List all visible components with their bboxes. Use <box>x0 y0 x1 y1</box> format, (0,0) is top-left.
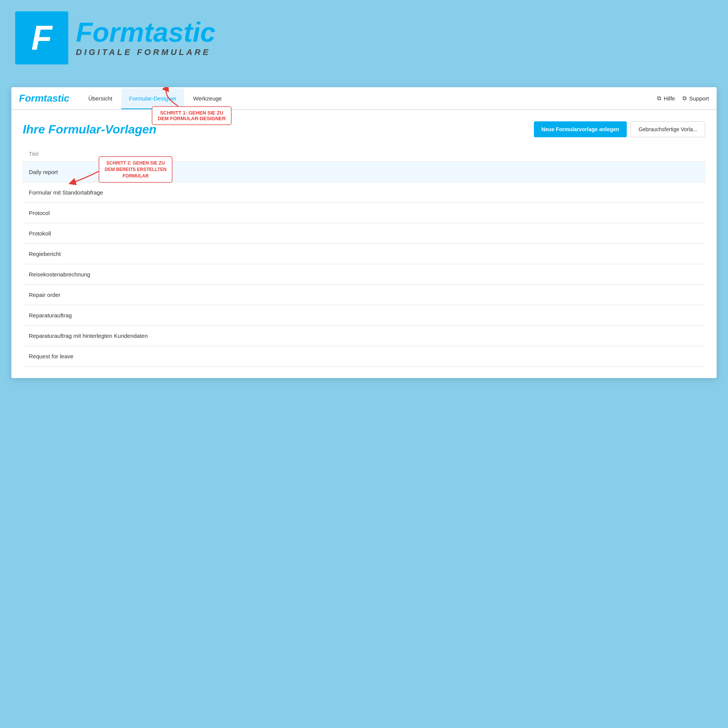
table-cell-title[interactable]: Regiebericht <box>23 244 705 264</box>
nav-logo-part1: Form <box>19 93 44 104</box>
table-cell-title[interactable]: Protocol <box>23 203 705 223</box>
header-buttons: Neue Formularvorlage anlegen Gebrauchsfe… <box>534 121 705 137</box>
table-row[interactable]: Request for leave <box>23 346 705 367</box>
step2-arrow-icon <box>68 168 102 187</box>
table-cell-title[interactable]: Reisekostenabrechnung <box>23 264 705 285</box>
support-label: Support <box>689 95 709 102</box>
table-cell-title[interactable]: Repair order <box>23 285 705 305</box>
hilfe-label: Hilfe <box>664 95 675 102</box>
new-form-button[interactable]: Neue Formularvorlage anlegen <box>534 121 627 137</box>
table-row[interactable]: Reisekostenabrechnung <box>23 264 705 285</box>
table-row[interactable]: Reparaturauftrag mit hinterlegten Kunden… <box>23 326 705 346</box>
logo-part1: Form <box>76 17 144 47</box>
top-logo-area: F Formtastic DIGITALE FORMULARE <box>0 0 728 76</box>
table-row[interactable]: Protocol <box>23 203 705 223</box>
logo-main-text: Formtastic <box>76 19 215 46</box>
logo-text-area: Formtastic DIGITALE FORMULARE <box>76 19 215 57</box>
table-row[interactable]: Repair order <box>23 285 705 305</box>
step2-annotation-container: SCHRITT 2: GEHEN SIE ZU DEM BEREITS ERST… <box>99 156 173 183</box>
ready-made-button[interactable]: Gebrauchsfertige Vorla... <box>631 121 705 137</box>
nav-logo-part2: tastic <box>44 93 69 104</box>
nav-bar: Formtastic Übersicht Formular-Designer W… <box>11 87 717 110</box>
nav-item-ubersicht[interactable]: Übersicht <box>81 88 120 109</box>
support-ext-icon: ⧉ <box>682 95 687 102</box>
table-cell-title[interactable]: Daily report SCHRITT 2: GEHEN SIE ZU DEM… <box>23 162 705 182</box>
table-row[interactable]: Protokoll <box>23 223 705 244</box>
table-row[interactable]: Reparaturauftrag <box>23 305 705 326</box>
step2-line1: SCHRITT 2: GEHEN SIE ZU <box>107 160 165 166</box>
logo-f-letter: F <box>31 19 52 58</box>
nav-logo[interactable]: Formtastic <box>19 93 69 104</box>
app-window: Formtastic Übersicht Formular-Designer W… <box>11 87 717 378</box>
table-cell-title[interactable]: Reparaturauftrag <box>23 305 705 326</box>
page-header: Ihre Formular-Vorlagen Neue Formularvorl… <box>23 121 705 137</box>
page-title: Ihre Formular-Vorlagen <box>23 122 157 136</box>
row-title-daily-report: Daily report <box>29 169 58 175</box>
form-table: Titel Daily report SCHRITT 2: GEHEN SIE … <box>23 146 705 367</box>
table-cell-title[interactable]: Formular mit Standortabfrage <box>23 182 705 203</box>
step1-annotation-bubble: SCHRITT 1: GEHEN SIE ZUDEM FORMULAR-DESI… <box>152 106 232 125</box>
step1-annotation-container: SCHRITT 1: GEHEN SIE ZUDEM FORMULAR-DESI… <box>152 106 232 125</box>
logo-part2: tastic <box>144 17 215 47</box>
table-row[interactable]: Daily report SCHRITT 2: GEHEN SIE ZU DEM… <box>23 162 705 182</box>
nav-right: ⧉ Hilfe ⧉ Support <box>657 95 709 102</box>
step2-line2: DEM BEREITS ERSTELLTEN <box>105 167 166 172</box>
table-cell-title[interactable]: Protokoll <box>23 223 705 244</box>
table-cell-title[interactable]: Request for leave <box>23 346 705 367</box>
step2-line3: FORMULAR <box>122 173 149 179</box>
logo-tagline: DIGITALE FORMULARE <box>76 47 215 57</box>
logo-icon-box: F <box>15 11 68 64</box>
hilfe-ext-icon: ⧉ <box>657 95 661 102</box>
content-area: SCHRITT 1: GEHEN SIE ZUDEM FORMULAR-DESI… <box>11 110 717 378</box>
table-cell-title[interactable]: Reparaturauftrag mit hinterlegten Kunden… <box>23 326 705 346</box>
table-row[interactable]: Formular mit Standortabfrage <box>23 182 705 203</box>
table-row[interactable]: Regiebericht <box>23 244 705 264</box>
step2-annotation-bubble: SCHRITT 2: GEHEN SIE ZU DEM BEREITS ERST… <box>99 156 173 183</box>
nav-hilfe-link[interactable]: ⧉ Hilfe <box>657 95 675 102</box>
nav-support-link[interactable]: ⧉ Support <box>682 95 709 102</box>
step1-arrow-icon <box>155 87 186 108</box>
